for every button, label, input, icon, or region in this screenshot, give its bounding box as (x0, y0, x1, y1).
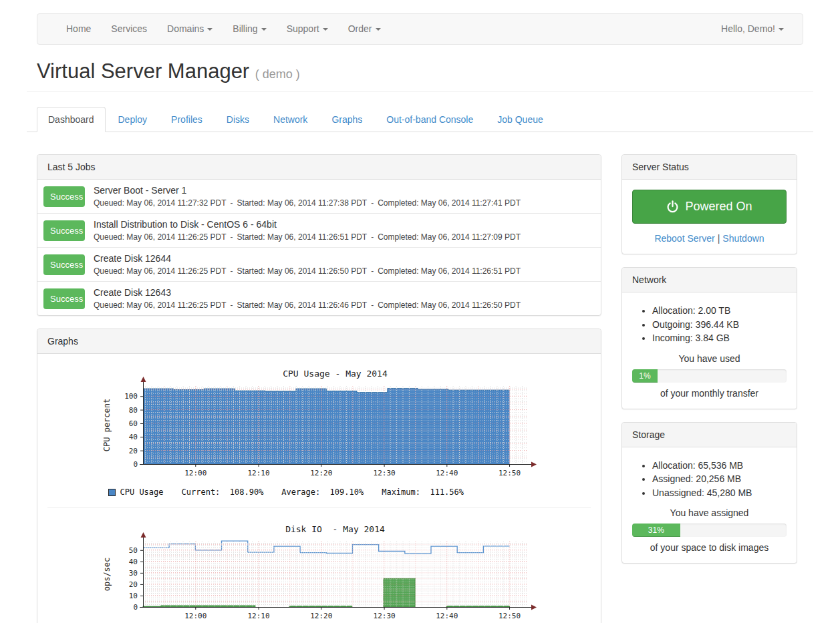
separator: - (371, 232, 374, 242)
power-status-label: Powered On (685, 200, 752, 214)
svg-text:12:20: 12:20 (310, 469, 332, 477)
job-info: Install Distribution to Disk - CentOS 6 … (94, 219, 521, 242)
page-container: HomeServicesDomainsBillingSupportOrder H… (27, 13, 813, 623)
tab-job-queue[interactable]: Job Queue (486, 107, 555, 132)
nav-item-billing[interactable]: Billing (223, 14, 276, 44)
job-name: Install Distribution to Disk - CentOS 6 … (94, 219, 521, 230)
svg-text:12:00: 12:00 (184, 612, 206, 620)
storage-stat-item: Allocation: 65,536 MB (652, 459, 787, 473)
network-stat-item: Allocation: 2.00 TB (652, 304, 787, 318)
last-jobs-panel-title: Last 5 Jobs (37, 155, 601, 180)
tab-graphs[interactable]: Graphs (320, 107, 374, 132)
job-name: Create Disk 12644 (94, 253, 521, 264)
job-row: SuccessCreate Disk 12644Queued: May 06, … (37, 248, 601, 282)
job-completed-time: Completed: May 06, 2014 11:26:51 PDT (378, 266, 521, 276)
svg-text:80: 80 (128, 406, 137, 415)
network-stat-item: Outgoing: 396.44 KB (652, 318, 787, 332)
storage-stat-item: Assigned: 20,256 MB (652, 472, 787, 486)
nav-item-domains[interactable]: Domains (157, 14, 223, 44)
legend-swatch (108, 489, 116, 496)
nav-item-support[interactable]: Support (277, 14, 338, 44)
job-name: Create Disk 12643 (94, 287, 521, 298)
power-action-links: Reboot Server|Shutdown (632, 233, 787, 244)
svg-text:12:30: 12:30 (373, 612, 395, 620)
svg-text:60: 60 (128, 419, 137, 428)
job-timestamps: Queued: May 06, 2014 11:26:25 PDT-Starte… (94, 232, 521, 242)
storage-assigned-progress-bar: 31% (632, 524, 680, 537)
separator: - (231, 300, 233, 310)
network-panel: Network Allocation: 2.00 TBOutgoing: 396… (621, 267, 797, 409)
svg-text:100: 100 (124, 392, 138, 401)
legend-series-label: CPU Usage (120, 487, 164, 497)
tab-dashboard[interactable]: Dashboard (37, 107, 106, 132)
job-info: Create Disk 12644Queued: May 06, 2014 11… (94, 253, 521, 276)
chart-svg: Disk IO - May 2014ops/sec0102030405012:0… (99, 519, 540, 623)
storage-panel-title: Storage (622, 423, 797, 447)
nav-item-order[interactable]: Order (338, 14, 391, 44)
job-status-badge: Success (43, 220, 85, 241)
tab-network[interactable]: Network (262, 107, 319, 132)
storage-assigned-progress: 31% (632, 524, 787, 537)
cpu-usage-chart: CPU Usage - May 2014CPU percent020406080… (99, 366, 540, 497)
network-transfer-progress-bar: 1% (632, 369, 658, 383)
disk-io-chart: Disk IO - May 2014ops/sec0102030405012:0… (99, 519, 540, 623)
user-menu[interactable]: Hello, Demo! (702, 14, 803, 44)
server-status-panel: Server Status Powered On Reboot Server|S… (621, 154, 797, 254)
job-queued-time: Queued: May 06, 2014 11:27:32 PDT (94, 198, 227, 208)
job-status-badge: Success (43, 288, 85, 309)
svg-text:10: 10 (128, 592, 137, 600)
job-started-time: Started: May 06, 2014 11:26:50 PDT (237, 266, 368, 276)
svg-text:30: 30 (128, 569, 137, 578)
main-content: Last 5 Jobs SuccessServer Boot - Server … (27, 154, 813, 623)
job-queued-time: Queued: May 06, 2014 11:26:25 PDT (94, 232, 227, 242)
link-separator: | (718, 233, 720, 244)
user-menu-label: Hello, Demo! (721, 23, 775, 34)
reboot-server-link[interactable]: Reboot Server (654, 233, 714, 244)
nav-item-services[interactable]: Services (101, 14, 157, 44)
page-title: Virtual Server Manager (37, 59, 249, 83)
tab-profiles[interactable]: Profiles (160, 107, 214, 132)
legend-stat: Current: 108.90% (182, 487, 264, 497)
svg-text:12:30: 12:30 (373, 469, 395, 477)
shutdown-link[interactable]: Shutdown (722, 233, 764, 244)
legend-stat: Maximum: 111.56% (382, 487, 464, 497)
tab-out-of-band-console[interactable]: Out-of-band Console (375, 107, 484, 132)
storage-stats-list: Allocation: 65,536 MBAssigned: 20,256 MB… (652, 459, 787, 500)
network-usage-footer: of your monthly transfer (632, 388, 787, 399)
jobs-list: SuccessServer Boot - Server 1Queued: May… (37, 180, 601, 315)
svg-text:ops/sec: ops/sec (102, 558, 112, 592)
storage-panel: Storage Allocation: 65,536 MBAssigned: 2… (621, 422, 797, 564)
separator: - (231, 266, 233, 276)
graphs-panel-title: Graphs (37, 329, 601, 354)
chart-legend: CPU UsageCurrent: 108.90%Average: 109.10… (108, 487, 540, 497)
power-status-button[interactable]: Powered On (632, 190, 787, 224)
svg-text:0: 0 (133, 603, 138, 612)
graphs-panel-body: CPU Usage - May 2014CPU percent020406080… (37, 354, 601, 623)
chevron-down-icon (261, 28, 267, 31)
network-stats-list: Allocation: 2.00 TBOutgoing: 396.44 KBIn… (652, 304, 787, 345)
network-panel-body: Allocation: 2.00 TBOutgoing: 396.44 KBIn… (622, 292, 797, 409)
chart-divider (47, 507, 591, 508)
tab-deploy[interactable]: Deploy (107, 107, 159, 132)
page-subtitle: ( demo ) (255, 67, 300, 81)
svg-text:20: 20 (128, 580, 137, 589)
svg-text:20: 20 (128, 447, 137, 455)
nav-item-home[interactable]: Home (56, 14, 101, 44)
job-info: Create Disk 12643Queued: May 06, 2014 11… (94, 287, 521, 310)
network-usage-caption: You have used (632, 353, 787, 364)
job-status-badge: Success (43, 254, 85, 275)
network-transfer-progress: 1% (632, 369, 787, 383)
tab-disks[interactable]: Disks (215, 107, 261, 132)
chevron-down-icon (207, 28, 213, 31)
chevron-down-icon (376, 28, 381, 31)
storage-panel-body: Allocation: 65,536 MBAssigned: 20,256 MB… (622, 447, 797, 564)
separator: - (371, 266, 374, 276)
left-column: Last 5 Jobs SuccessServer Boot - Server … (37, 154, 601, 623)
chevron-down-icon (779, 28, 784, 31)
right-column: Server Status Powered On Reboot Server|S… (621, 154, 797, 576)
job-timestamps: Queued: May 06, 2014 11:26:25 PDT-Starte… (94, 266, 521, 276)
graphs-panel: Graphs CPU Usage - May 2014CPU percent02… (37, 329, 601, 623)
svg-text:12:50: 12:50 (498, 469, 520, 477)
svg-text:40: 40 (128, 558, 137, 566)
chevron-down-icon (323, 28, 328, 31)
